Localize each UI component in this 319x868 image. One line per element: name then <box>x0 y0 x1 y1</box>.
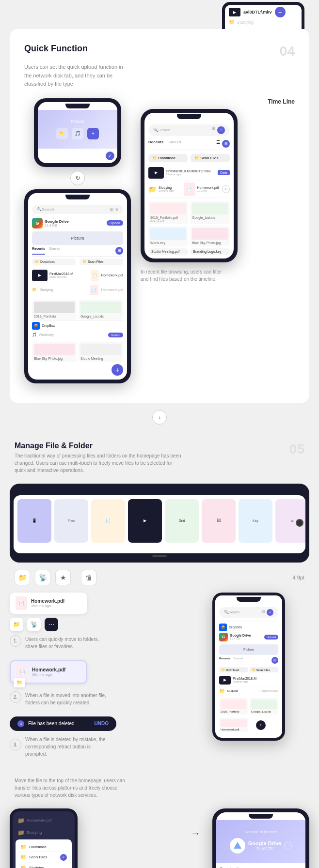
bottom-grid-2: Blue Sky Photo.jpg Studio Meeting <box>32 342 123 362</box>
steps-studying-icon: 📁 <box>219 688 225 694</box>
home-indicator <box>152 555 167 557</box>
steps-scan-folder[interactable]: 📁 Scan Files <box>250 667 278 672</box>
file-card-more[interactable]: ··· <box>68 601 72 605</box>
main-search[interactable]: 🔍 Search ⊞ ≡ <box>32 205 123 214</box>
toolbar-share-btn[interactable]: 📡 <box>35 570 50 585</box>
step-desc-3: When a file is deleted by mistake, the c… <box>25 736 112 758</box>
steps-gdrive-icon: G <box>219 633 228 641</box>
arrow-down-circle[interactable]: ↓ <box>152 410 167 425</box>
timeline-desc: In recent file browsing, users can filte… <box>141 268 228 283</box>
gdrive-transfer-title: Google Drive <box>248 840 281 846</box>
action-more[interactable]: ⋯ <box>45 618 58 631</box>
gdrive-transfer-sub: Total 1TB <box>248 846 281 851</box>
steps-drag-target: + <box>256 720 266 730</box>
search-actions: ⊞ ≡ <box>110 207 118 212</box>
manage-header: Manage File & Folder The traditional way… <box>0 442 319 484</box>
steps-add-btn[interactable]: + <box>267 609 273 616</box>
add-icon[interactable]: + <box>87 128 99 139</box>
step-1-actions: 📁 📡 ⋯ <box>10 618 203 631</box>
tab-starred[interactable]: Starred <box>49 247 60 255</box>
file-card-time-2: 36mins ago <box>32 672 65 677</box>
tl-search[interactable]: 🔍 Search ⊞ + <box>148 124 230 136</box>
refresh-circle[interactable]: ↻ <box>70 171 85 185</box>
main-screen: 🔍 Search ⊞ ≡ G Google Drive <box>28 193 127 380</box>
steps-tab-recents[interactable]: Recents <box>219 657 230 664</box>
toast-icon: ℹ <box>17 720 24 727</box>
transfer-screen-1: 📁 Homework.pdf 📁 Studying 📁 Download <box>13 811 75 868</box>
tl-sort-btn[interactable]: ⊞ <box>222 140 230 148</box>
tl-grid-icon[interactable]: ⊞ <box>212 126 215 134</box>
steps-gdrive-storage: 11.4 GB <box>230 637 251 640</box>
download-folder[interactable]: 📁 Download <box>32 259 76 265</box>
undo-btn[interactable]: UNDO <box>95 721 109 726</box>
steps-dl-folder[interactable]: 📁 Download <box>219 667 248 672</box>
tab-action-btn[interactable]: ⊞ <box>115 247 123 255</box>
landscape-notch <box>25 489 54 494</box>
top-partial-phone: ▶ avi0DTLf.mkv + 📁 Studying <box>222 2 304 29</box>
grid-item-2: Google_List.xls <box>79 300 123 320</box>
toolbar-folder-btn[interactable]: 📁 <box>15 570 30 585</box>
steps-search-actions: ⊞ + <box>261 609 273 616</box>
grid-thumb-3 <box>34 344 75 355</box>
tl-studio: Studio Meeting.pdf <box>148 248 188 255</box>
steps-tab-btn[interactable]: ⊞ <box>271 657 278 664</box>
tab-recents[interactable]: Recents <box>32 247 45 255</box>
tl-scan[interactable]: 📁 Scan Files <box>191 154 230 162</box>
search-placeholder: Search <box>42 207 54 212</box>
scan-files-folder[interactable]: 📁 Scan Files <box>80 259 123 265</box>
steps-search[interactable]: 🔍 Search ⊞ + <box>219 607 278 618</box>
grid-icon[interactable]: ⊞ <box>110 207 113 212</box>
picture-screen: Picture 📁 🎵 + ✓ <box>38 102 117 163</box>
grid-label-1: 2019_Portfolio <box>34 315 75 318</box>
landscape-thumb-1: 📱 <box>17 499 51 543</box>
fd-studying: 📁 Studying <box>18 863 69 868</box>
tl-right-arrow[interactable]: › <box>222 185 230 193</box>
steps-screen-content: 🔍 Search ⊞ + 📦 DropBox <box>215 603 282 738</box>
steps-studying-row: 📁 Studying Homework.pdf <box>219 686 278 696</box>
gdrive-banner: Release to transfer Google Drive <box>216 820 305 863</box>
upload-btn[interactable]: Upload <box>107 220 123 226</box>
toolbar-trash-btn[interactable]: 🗑 <box>81 570 96 585</box>
toast-message: File has been deleted <box>28 721 91 726</box>
tl-tab-recents[interactable]: Recents <box>148 140 163 148</box>
upload-btn-2[interactable]: Upload <box>108 333 123 337</box>
fd-check-2: ✓ <box>60 854 67 861</box>
toolbar-divider <box>76 572 76 583</box>
transfer-desc: Move the file to the top of the homepage… <box>15 777 131 799</box>
study-hw-row: 📁 Studying 📄 Homework.pdf <box>32 283 123 297</box>
action-folder[interactable]: 📁 <box>10 618 23 631</box>
tl-filter-icon[interactable]: ☰ <box>216 140 220 148</box>
fd-download: 📁 Download <box>18 842 69 852</box>
transfer-section: Move the file to the top of the homepage… <box>0 777 319 868</box>
landscape-thumb-5: Grid <box>165 499 199 543</box>
step-2: 📄 Homework.pdf 36mins ago 📁 2. When a fi… <box>10 660 203 707</box>
action-share[interactable]: 📡 <box>27 618 41 631</box>
gdrive-row: G Google Drive 11.4 GB Upload <box>32 218 123 228</box>
file-size-1: eti0GTLf.mkv <box>49 275 89 278</box>
timeline-label: Time Line <box>141 98 295 105</box>
folder-icon[interactable]: 📁 <box>56 128 68 139</box>
gdrive-storage: 11.4 GB <box>45 224 69 227</box>
tl-add-btn[interactable]: + <box>217 126 225 134</box>
gdrive-icon: G <box>32 218 43 228</box>
toolbar-count-label: 4 9pt <box>293 575 304 580</box>
toolbar-star-btn[interactable]: ★ <box>55 570 71 585</box>
transfer-phone-1: 📁 Homework.pdf 📁 Studying 📁 Download <box>10 808 78 868</box>
grid-item-1: 2019_Portfolio <box>32 300 77 320</box>
list-icon[interactable]: ≡ <box>115 207 118 212</box>
steps-video-row: ▶ FirstMar2018.M 25mins ago <box>219 674 278 686</box>
tl-download[interactable]: 📁 Download <box>148 154 188 162</box>
landscape-thumb-6: 🖼 <box>202 499 236 543</box>
steps-grid-icon[interactable]: ⊞ <box>261 609 265 616</box>
steps-tab-starred[interactable]: Starred <box>233 657 243 664</box>
steps-hw-label: Homework.pdf <box>259 689 278 692</box>
steps-upload-btn[interactable]: Upload <box>264 635 278 640</box>
partial-add-btn[interactable]: + <box>275 7 286 17</box>
audio-icon[interactable]: 🎵 <box>72 128 83 139</box>
add-float-btn[interactable]: + <box>112 364 123 376</box>
landscape-home <box>14 553 305 559</box>
picture-label: Picture <box>71 119 84 124</box>
gdrive-arrow[interactable]: › <box>284 842 292 850</box>
right-arrow: → <box>188 808 203 858</box>
tl-tab-starred[interactable]: Starred <box>168 140 181 148</box>
